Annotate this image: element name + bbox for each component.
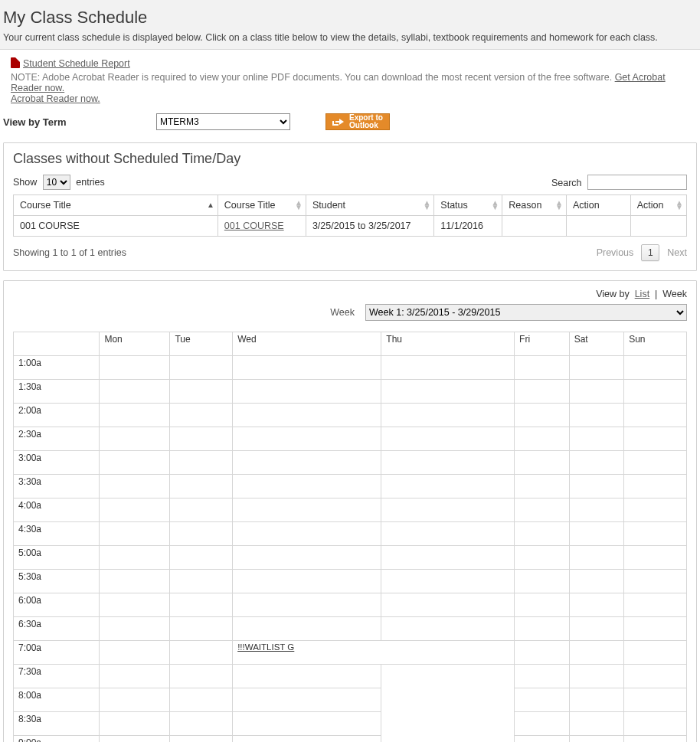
cal-cell [170,380,233,404]
cal-cell [381,427,515,451]
event-cell[interactable]: 07:00am-07:50amBldg:Room:Instr: G [381,665,515,743]
cal-cell [233,498,381,522]
calendar-grid: Mon Tue Wed Thu Fri Sat Sun 1:00a1:30a2:… [13,332,687,742]
cal-cell [233,427,381,451]
cal-cell [100,665,170,688]
page-title: My Class Schedule [3,8,697,28]
col-course-title-2[interactable]: Course Title▲▼ [218,195,306,216]
cal-cell [100,712,170,736]
time-cell: 3:00a [14,451,100,475]
cell-course-1: 001 COURSE [14,216,218,237]
time-cell: 2:30a [14,427,100,451]
cal-cell [569,427,624,451]
cal-cell [100,570,170,593]
cal-col-time [14,332,100,356]
acrobat-link-2[interactable]: Acrobat Reader now. [11,93,100,104]
acrobat-note: NOTE: Adobe Acrobat Reader is required t… [11,72,615,83]
cell-status: 11/1/2016 [434,216,502,237]
cal-cell [233,736,381,743]
cal-cell [515,570,570,593]
cal-cell [515,593,570,617]
cal-cell [515,380,570,404]
term-select[interactable]: MTERM3 [156,113,290,130]
cal-cell [624,593,687,617]
cal-cell [233,451,381,475]
time-cell: 8:30a [14,712,100,736]
cal-cell [624,570,687,593]
cal-cell [381,404,515,427]
cal-cell [569,736,624,743]
cal-cell [170,427,233,451]
cal-cell [624,712,687,736]
cal-cell [233,404,381,427]
cal-cell [569,593,624,617]
student-schedule-report-link[interactable]: Student Schedule Report [23,58,130,69]
export-label: Export to Outlook [349,114,383,129]
export-icon [331,116,345,127]
col-action-2[interactable]: Action▲▼ [630,195,686,216]
cal-cell [381,593,515,617]
cal-cell [381,570,515,593]
table-info: Showing 1 to 1 of 1 entries [13,247,126,258]
cal-cell [100,475,170,498]
pager-page-1[interactable]: 1 [641,244,659,261]
cal-cell [515,712,570,736]
col-reason[interactable]: Reason▲▼ [502,195,567,216]
cal-cell [170,688,233,712]
cal-cell [515,404,570,427]
time-cell: 3:30a [14,475,100,498]
cal-cell [624,498,687,522]
cal-cell [624,641,687,665]
cell-course-2-link[interactable]: 001 COURSE [224,221,284,231]
panel-title: Classes without Scheduled Time/Day [13,151,687,167]
col-student[interactable]: Student▲▼ [306,195,433,216]
week-label: Week [330,307,355,318]
cal-cell [170,404,233,427]
cal-cell [624,451,687,475]
cal-col-sat: Sat [569,332,624,356]
cal-cell [624,404,687,427]
cal-cell [233,665,381,688]
cal-cell [170,570,233,593]
cal-cell [381,380,515,404]
week-select[interactable]: Week 1: 3/25/2015 - 3/29/2015 [365,304,687,321]
cal-cell [624,522,687,546]
cal-cell [170,522,233,546]
cal-cell [100,736,170,743]
cal-cell [569,688,624,712]
cal-cell [381,356,515,380]
cal-cell [233,546,381,570]
time-cell: 7:00a [14,641,100,665]
viewby-cal-label: View by [596,289,630,299]
col-status[interactable]: Status▲▼ [434,195,502,216]
cal-cell [569,617,624,641]
show-label: Show [13,177,37,188]
cal-cell [170,356,233,380]
viewby-list-link[interactable]: List [635,289,649,299]
cal-cell [569,641,624,665]
time-cell: 4:30a [14,522,100,546]
cal-cell [170,593,233,617]
cal-cell [100,593,170,617]
cal-cell [233,570,381,593]
calendar-panel: View by List | Week Week Week 1: 3/25/20… [3,280,697,742]
pager-next[interactable]: Next [667,247,687,258]
col-action-1[interactable]: Action [566,195,630,216]
table-row: 001 COURSE 001 COURSE 3/25/2015 to 3/25/… [14,216,687,237]
pager-prev[interactable]: Previous [597,247,634,258]
cal-cell [100,427,170,451]
export-to-outlook-button[interactable]: Export to Outlook [325,113,390,130]
cal-cell [381,522,515,546]
cell-student: 3/25/2015 to 3/25/2017 [306,216,433,237]
cal-cell [515,451,570,475]
entries-select[interactable]: 10 [43,175,70,190]
cal-cell [569,570,624,593]
cal-cell [569,451,624,475]
cal-cell [624,688,687,712]
cal-cell [233,380,381,404]
waitlist-cell[interactable]: !!!WAITLIST G [233,641,515,665]
col-course-title-1[interactable]: Course Title▲ [14,195,218,216]
entries-label: entries [76,177,105,188]
classes-table: Course Title▲ Course Title▲▼ Student▲▼ S… [13,194,687,237]
search-input[interactable] [587,175,687,190]
